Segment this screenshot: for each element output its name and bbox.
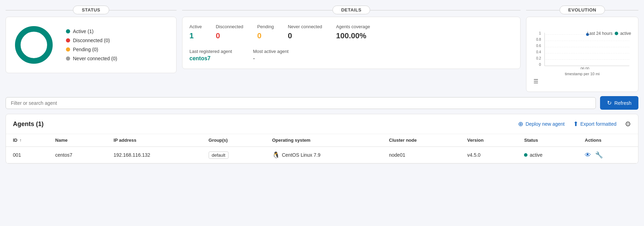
chart-legend-icon: ☰ xyxy=(533,78,631,85)
cell-version: v4.5.0 xyxy=(460,147,517,163)
col-header-name: Name xyxy=(48,134,106,147)
legend-never: Never connected (0) xyxy=(66,56,117,61)
refresh-button[interactable]: ↻ Refresh xyxy=(600,96,638,110)
cell-actions: 👁 🔧 xyxy=(578,147,638,163)
col-header-version: Version xyxy=(460,134,517,147)
table-header-row: ID ↑ Name IP address Group(s) Operating … xyxy=(6,134,638,147)
deploy-icon: ⊕ xyxy=(518,120,523,128)
agents-title: Agents (1) xyxy=(13,120,518,128)
line-chart: 1 0.8 0.6 0.4 0.2 0 xyxy=(533,31,631,69)
metric-disconnected: Disconnected 0 xyxy=(216,24,243,40)
cell-cluster: node01 xyxy=(382,147,460,163)
group-tag[interactable]: default xyxy=(209,151,229,159)
evolution-legend: Last 24 hours active xyxy=(587,31,631,36)
metric-never-connected: Never connected 0 xyxy=(288,24,322,40)
sort-arrow-id: ↑ xyxy=(20,138,22,143)
refresh-label: Refresh xyxy=(614,100,631,106)
search-bar-area: ↻ Refresh xyxy=(0,92,644,114)
col-header-actions: Actions xyxy=(578,134,638,147)
export-icon: ⬆ xyxy=(573,120,578,128)
dot-disconnected xyxy=(66,38,70,42)
linux-icon: 🐧 xyxy=(272,151,280,159)
status-section-label: STATUS xyxy=(73,6,109,14)
settings-button[interactable]: ⚙ xyxy=(625,120,631,128)
legend-disconnected: Disconnected (0) xyxy=(66,38,117,43)
legend-active-label: Active (1) xyxy=(73,29,93,34)
legend-pending: Pending (0) xyxy=(66,47,117,52)
legend-never-label: Never connected (0) xyxy=(73,56,117,61)
refresh-icon: ↻ xyxy=(607,100,612,106)
agents-section: Agents (1) ⊕ Deploy new agent ⬆ Export f… xyxy=(6,114,638,164)
export-label: Export formatted xyxy=(581,121,617,127)
agents-header: Agents (1) ⊕ Deploy new agent ⬆ Export f… xyxy=(6,114,638,134)
details-section-label: DETAILS xyxy=(332,6,370,14)
metric-active-value: 1 xyxy=(189,31,202,40)
metric-never-value: 0 xyxy=(288,31,322,40)
most-active-value: - xyxy=(253,55,289,62)
metric-pending-value: 0 xyxy=(257,31,274,40)
cell-os: 🐧 CentOS Linux 7.9 xyxy=(265,147,382,163)
last-registered-value[interactable]: centos7 xyxy=(189,55,232,62)
cell-status: active xyxy=(517,147,578,163)
svg-text:06:00: 06:00 xyxy=(581,67,589,69)
svg-text:1: 1 xyxy=(539,31,541,35)
dot-never xyxy=(66,56,70,61)
dot-active xyxy=(66,29,70,33)
svg-text:0.4: 0.4 xyxy=(536,50,541,54)
status-legend: Active (1) Disconnected (0) Pending (0) … xyxy=(66,29,117,61)
evolution-chart: 1 0.8 0.6 0.4 0.2 0 xyxy=(533,31,631,70)
status-label: active xyxy=(530,152,542,158)
metric-disconnected-value: 0 xyxy=(216,31,243,40)
cell-ip: 192.168.116.132 xyxy=(106,147,201,163)
metric-pending: Pending 0 xyxy=(257,24,274,40)
status-dot xyxy=(524,153,527,157)
evolution-active-label: active xyxy=(620,31,631,36)
export-formatted-button[interactable]: ⬆ Export formatted xyxy=(573,120,617,128)
dot-pending xyxy=(66,47,70,52)
svg-point-1 xyxy=(18,29,50,61)
legend-active: Active (1) xyxy=(66,29,117,34)
os-name: CentOS Linux 7.9 xyxy=(282,152,321,158)
search-input[interactable] xyxy=(6,97,596,109)
legend-disconnected-label: Disconnected (0) xyxy=(73,38,110,43)
deploy-new-agent-button[interactable]: ⊕ Deploy new agent xyxy=(518,120,564,128)
view-agent-icon[interactable]: 👁 xyxy=(585,151,591,159)
agents-table: ID ↑ Name IP address Group(s) Operating … xyxy=(6,134,638,163)
details-panel: Active 1 Disconnected 0 Pending 0 Never … xyxy=(182,17,521,69)
col-header-cluster: Cluster node xyxy=(382,134,460,147)
donut-chart xyxy=(13,24,55,66)
table-row: 001 centos7 192.168.116.132 default 🐧 Ce… xyxy=(6,147,638,163)
last-registered-agent: Last registered agent centos7 xyxy=(189,49,232,62)
legend-pending-label: Pending (0) xyxy=(73,47,98,52)
agents-actions: ⊕ Deploy new agent ⬆ Export formatted ⚙ xyxy=(518,120,631,128)
col-header-groups: Group(s) xyxy=(202,134,265,147)
deploy-label: Deploy new agent xyxy=(525,121,564,127)
delete-agent-icon[interactable]: 🔧 xyxy=(595,151,603,159)
metric-coverage-value: 100.00% xyxy=(336,31,370,40)
metric-active: Active 1 xyxy=(189,24,202,40)
metric-coverage: Agents coverage 100.00% xyxy=(336,24,370,40)
col-header-os: Operating system xyxy=(265,134,382,147)
evolution-section-label: EVOLUTION xyxy=(560,6,605,14)
col-header-status: Status xyxy=(517,134,578,147)
svg-text:0.6: 0.6 xyxy=(536,44,541,48)
status-panel: Active (1) Disconnected (0) Pending (0) … xyxy=(6,17,177,73)
svg-text:0.2: 0.2 xyxy=(536,56,541,60)
svg-text:0.8: 0.8 xyxy=(536,38,541,41)
col-header-id[interactable]: ID ↑ xyxy=(6,134,48,147)
cell-name: centos7 xyxy=(48,147,106,163)
evolution-last24-label: Last 24 hours xyxy=(587,31,613,36)
evolution-dot xyxy=(615,32,618,35)
cell-groups: default xyxy=(202,147,265,163)
col-header-ip: IP address xyxy=(106,134,201,147)
svg-text:0: 0 xyxy=(539,63,541,67)
chart-timestamp: timestamp per 10 mi xyxy=(533,72,631,76)
cell-id: 001 xyxy=(6,147,48,163)
most-active-agent: Most active agent - xyxy=(253,49,289,62)
evolution-panel: Last 24 hours active 1 0.8 0.6 0.4 0.2 0 xyxy=(526,17,638,92)
